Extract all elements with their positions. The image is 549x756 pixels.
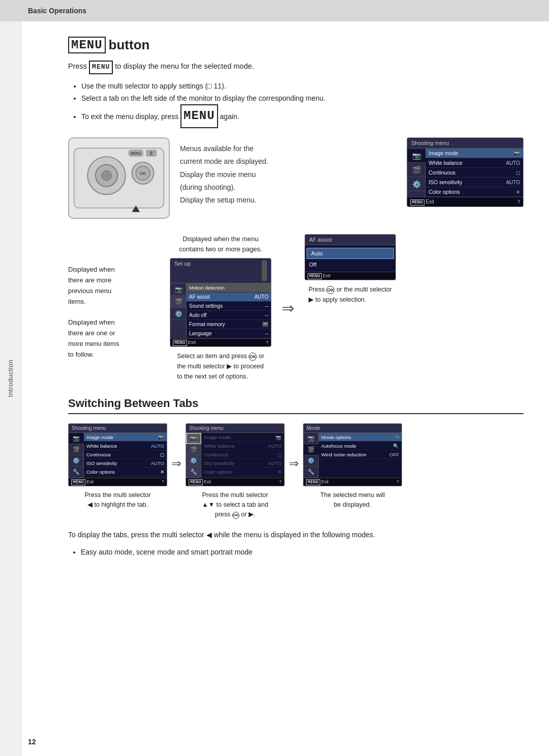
af-header: AF assist	[305, 235, 395, 245]
menu-item-value: ◻	[516, 170, 520, 176]
svg-text:OK: OK	[139, 171, 146, 176]
tab-camera-1: 📷	[69, 433, 84, 444]
section-title-rest: button	[109, 37, 150, 53]
screen-1-caption: Press the multi selector◀ to highlight t…	[85, 490, 151, 510]
setup-item-value: --	[265, 303, 268, 309]
small-menu-2-header: Shooting menu	[186, 424, 284, 433]
movie-item-options: Movie options📹	[319, 433, 402, 442]
setup-title: Set up	[174, 260, 191, 281]
menu-item-value: ✕	[516, 189, 520, 195]
small-menu-2-tabs: 📷 🎬 ⚙️ 🔧	[186, 433, 201, 478]
menu-item-iso: ISO sensitivity AUTO	[425, 178, 523, 187]
header-bar: Basic Operations	[0, 0, 549, 21]
bottom-text: To display the tabs, press the multi sel…	[68, 529, 524, 541]
menu-item-label: White balance	[429, 160, 463, 166]
small-menu-1-items: Image mode📷 White balanceAUTO Continuous…	[84, 433, 167, 478]
setup-item-motion: Motion detection	[187, 283, 271, 293]
small-menu-1-body: 📷 🎬 ⚙️ 🔧 Image mode📷 White bala	[69, 433, 167, 478]
movie-footer: MENU Exit ?	[303, 478, 402, 486]
item-color-1: Color options✕	[84, 468, 167, 476]
menu-item-value: AUTO	[506, 180, 520, 185]
menu-item-label: Continuous	[429, 169, 455, 176]
setup-tab-2: 🎬	[170, 296, 187, 308]
setup-item-label: Auto off	[189, 312, 206, 318]
description-panel: Menus available for the current mode are…	[180, 137, 396, 207]
intro-paragraph: Press MENU to display the menu for the s…	[68, 61, 524, 74]
small-menu-2: Shooting menu 📷 🎬 ⚙️ 🔧 Image mode📷	[186, 423, 285, 486]
movie-tab-camera: 📷	[303, 433, 319, 444]
menu-item-continuous: Continuous ◻	[425, 168, 523, 178]
menu-word-title: MENU	[68, 37, 106, 53]
movie-item-autofocus: Autofocus mode🔍	[319, 442, 402, 450]
desc-line-2: current mode are displayed.	[180, 155, 396, 168]
menu-item-white-balance: White balance AUTO	[425, 158, 523, 168]
movie-tab-setup: ⚙️	[303, 455, 319, 467]
menu-word-setup: MENU	[173, 340, 187, 346]
menu-word-af: MENU	[308, 273, 322, 279]
arrow-right-1: ⇒	[282, 299, 294, 317]
menu-word-intro: MENU	[89, 61, 113, 74]
desc-line-5: Display the setup menu.	[180, 194, 396, 207]
select-instruction: Select an item and press OK or the multi…	[177, 351, 264, 382]
movie-screen: Movie 📷 🎬 ⚙️ 🔧 Movie options📹	[303, 423, 402, 486]
movie-header: Movie	[303, 424, 402, 433]
ok-icon-2: OK	[326, 286, 334, 294]
setup-item-value: --	[265, 312, 268, 318]
arrow-between-1-2: ⇒	[171, 456, 181, 471]
item-iso-1: ISO sensitivityAUTO	[84, 459, 167, 468]
setup-tab-3: ⚙️	[170, 308, 187, 320]
setup-tab-1: 📷	[170, 283, 187, 296]
small-menu-1-tabs: 📷 🎬 ⚙️ 🔧	[69, 433, 84, 478]
movie-tab-movie: 🎬	[303, 444, 319, 455]
small-menu-2-items: Image mode📷 White balanceAUTO Continuous…	[201, 433, 284, 478]
switching-section: Switching Between Tabs Shooting menu 📷 🎬…	[68, 397, 524, 541]
menu-tab-1: 📷	[407, 149, 425, 163]
menu-footer: MENU Exit ?	[407, 197, 523, 207]
setup-item-value: IN	[262, 322, 268, 327]
switching-title: Switching Between Tabs	[68, 397, 524, 414]
item-color-2: Color options✕	[201, 468, 284, 476]
tab-camera-2: 📷	[186, 433, 201, 444]
tab-movie-2: 🎬	[186, 444, 201, 455]
annotation-top-desc: Displayed whenthere are moreprevious men…	[68, 265, 165, 307]
setup-item-language: Language --	[187, 329, 271, 338]
main-content: MENU button Press MENU to display the me…	[43, 21, 549, 756]
movie-tab-extra: 🔧	[303, 467, 319, 478]
annotation-center: Displayed when the menucontains two or m…	[170, 234, 271, 382]
setup-item-label: Format memory	[189, 322, 225, 327]
setup-item-value: --	[265, 331, 268, 336]
tab-setup-2: ⚙️	[186, 455, 201, 467]
tab-extra-1: 🔧	[69, 467, 84, 478]
setup-screen: Set up 📷 🎬 ⚙️ Motion detection	[170, 258, 271, 347]
three-screens: Shooting menu 📷 🎬 ⚙️ 🔧 Image mode📷	[68, 423, 524, 519]
item-image-2: Image mode📷	[201, 433, 284, 442]
setup-tabs: 📷 🎬 ⚙️	[170, 283, 187, 338]
menu-tab-3: ⚙️	[407, 177, 425, 191]
screen-2-caption: Press the multi selector▲▼ to select a t…	[202, 490, 268, 519]
small-menu-1-header: Shooting menu	[69, 424, 167, 433]
top-section: OK MENU 🗑 Menus available for the curren…	[68, 137, 524, 219]
small-menu-1-footer: MENU Exit ?	[69, 478, 167, 486]
mid-section: Displayed whenthere are moreprevious men…	[68, 234, 524, 382]
annotation-left: Displayed whenthere are moreprevious men…	[68, 234, 165, 360]
screen-1-group: Shooting menu 📷 🎬 ⚙️ 🔧 Image mode📷	[68, 423, 167, 510]
menu-word-footer: MENU	[410, 199, 424, 206]
movie-tabs: 📷 🎬 ⚙️ 🔧	[303, 433, 319, 478]
af-body: Auto Off	[305, 245, 395, 272]
tab-extra-2: 🔧	[186, 467, 201, 478]
setup-item-format: Format memory IN	[187, 320, 271, 329]
small-menu-1: Shooting menu 📷 🎬 ⚙️ 🔧 Image mode📷	[68, 423, 167, 486]
svg-text:MENU: MENU	[131, 152, 141, 155]
ok-icon: OK	[249, 353, 257, 361]
menu-items: Image mode 📷 White balance AUTO Continuo…	[425, 149, 523, 197]
footer-left: MENU Exit	[410, 199, 434, 205]
bullet-item-1: Use the multi selector to apply settings…	[81, 80, 524, 93]
menu-item-value: 📷	[514, 151, 520, 156]
setup-item-value: AUTO	[254, 294, 268, 300]
af-screen: AF assist Auto Off MENU Exit	[304, 234, 396, 280]
menu-item-image-mode: Image mode 📷	[425, 149, 523, 158]
menu-body: 📷 🎬 ⚙️ Image mode 📷 White balance AUTO	[407, 149, 523, 197]
screen-3-group: Movie 📷 🎬 ⚙️ 🔧 Movie options📹	[303, 423, 402, 510]
screen-2-group: Shooting menu 📷 🎬 ⚙️ 🔧 Image mode📷	[186, 423, 285, 519]
page: Introduction Basic Operations MENU butto…	[0, 0, 549, 756]
